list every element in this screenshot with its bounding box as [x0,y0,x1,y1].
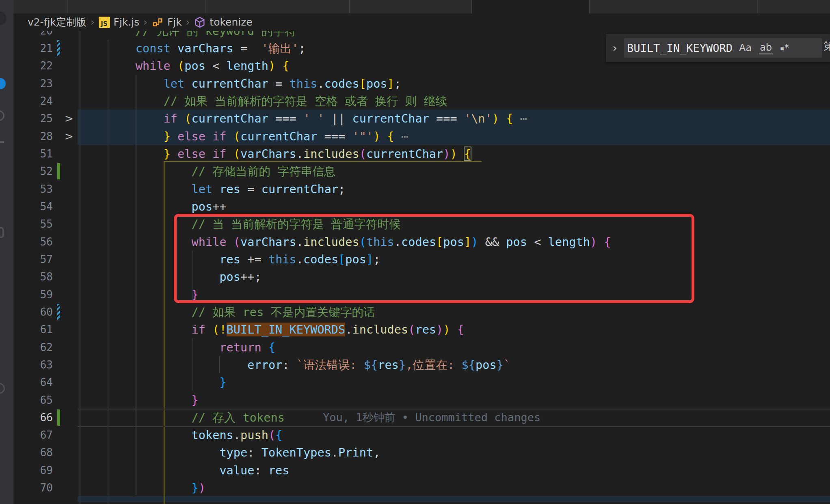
line-number[interactable]: 52 [13,162,53,180]
find-query-text[interactable]: BUILT_IN_KEYWORDS [627,42,732,54]
breadcrumb-separator: › [186,17,190,28]
breadcrumb: v2-fjk定制版 › JS Fjk.js › Fjk › tokenize [13,13,830,31]
breadcrumb-separator: › [143,17,147,28]
code-line[interactable]: // 如果 当前解析的字符是 空格 或者 换行 则 继续 [164,92,447,110]
editor-tab-bar [13,0,830,13]
line-number[interactable]: 21 [13,39,53,57]
code-row: 23let currentChar = this.codes[pos]; [13,75,830,93]
match-case-icon[interactable]: Aa [739,42,752,54]
code-line[interactable]: while (pos < length) { [136,57,290,75]
line-number[interactable]: 55 [13,215,53,233]
line-number[interactable]: 24 [13,92,53,110]
search-match-highlight: BUILT_IN_KEYWORDS [227,323,346,336]
regex-icon[interactable]: ▪* [780,42,789,54]
code-line[interactable]: if (!BUILT_IN_KEYWORDS.includes(res)) { [192,321,464,338]
line-number[interactable]: 70 [13,479,53,497]
line-number[interactable]: 57 [13,250,53,268]
code-line[interactable]: // 存入 tokens [192,409,285,426]
find-input[interactable]: BUILT_IN_KEYWORDS Aa ab ▪* [624,38,822,58]
line-number[interactable]: 53 [13,180,53,198]
breadcrumb-separator: › [91,17,95,28]
find-widget: › BUILT_IN_KEYWORDS Aa ab ▪* [606,34,830,62]
line-number[interactable]: 67 [13,426,53,444]
line-number[interactable]: 69 [13,461,53,479]
dock-icon-fragment [0,110,4,121]
line-number[interactable]: 60 [13,303,53,321]
code-row: 51} else if (varChars.includes(currentCh… [13,145,830,163]
line-number[interactable]: 61 [13,321,53,338]
line-number[interactable]: 63 [13,356,53,374]
code-line[interactable]: tokens.push({ [192,426,283,444]
line-number[interactable]: 28 [13,127,53,145]
code-line[interactable]: error: `语法错误: ${res},位置在: ${pos}` [247,356,510,374]
git-blame-annotation: You, 1秒钟前 • Uncommitted changes [323,409,540,426]
code-row: 66// 存入 tokensYou, 1秒钟前 • Uncommitted ch… [13,409,830,426]
breadcrumb-item-file[interactable]: JS Fjk.js [99,16,140,28]
code-line[interactable]: value: res [219,461,289,479]
code-line[interactable]: }) [192,479,205,497]
fold-chevron-icon[interactable]: > [63,127,75,145]
code-line[interactable]: // 如果 res 不是内置关键字的话 [192,303,375,321]
modified-change-gutter-marker [57,40,60,56]
line-number[interactable]: 25 [13,110,53,127]
code-row: 24// 如果 当前解析的字符是 空格 或者 换行 则 继续 [13,92,830,110]
line-number[interactable]: 54 [13,198,53,215]
code-line[interactable]: } else if (currentChar === '"') { ⋯ [164,127,409,145]
fold-chevron-icon[interactable]: > [63,110,75,127]
class-icon [151,16,164,28]
line-number[interactable]: 23 [13,75,53,93]
breadcrumb-label: Fjk [167,16,182,28]
code-row: 67tokens.push({ [13,426,830,444]
code-line[interactable]: // 存储当前的 字符串信息 [192,162,336,180]
line-number[interactable]: 56 [13,233,53,251]
breadcrumb-label: v2-fjk定制版 [28,15,86,29]
whole-word-icon[interactable]: ab [759,42,773,54]
next-row-highlight-clipped [78,496,830,502]
line-number[interactable]: 64 [13,373,53,391]
code-row: 28>} else if (currentChar === '"') { ⋯ [13,127,830,145]
code-line[interactable]: let res = currentChar; [192,180,346,198]
line-number[interactable]: 22 [13,57,53,75]
left-dock-strip [0,0,13,504]
line-number[interactable]: 59 [13,286,53,304]
code-line[interactable]: pos++ [192,198,227,215]
dock-icon-fragment [0,141,4,143]
breadcrumb-label: Fjk.js [114,16,140,28]
added-change-gutter-marker [57,409,60,426]
code-row: 53let res = currentChar; [13,180,830,198]
dock-icon-fragment [0,383,5,394]
breadcrumb-item-method[interactable]: tokenize [194,16,252,28]
line-number[interactable]: 66 [13,409,53,426]
line-number[interactable]: 51 [13,145,53,163]
line-number[interactable]: 62 [13,338,53,356]
code-row: 65} [13,391,830,409]
line-number[interactable]: 58 [13,268,53,286]
code-row: 25>if (currentChar === ' ' || currentCha… [13,110,830,127]
line-number[interactable]: 68 [13,444,53,461]
code-row: 70}) [13,479,830,497]
vscode-window: v2-fjk定制版 › JS Fjk.js › Fjk › tokenize 2… [0,0,830,504]
code-row: 64} [13,373,830,391]
breadcrumb-item-class[interactable]: Fjk [151,16,182,28]
code-row: 62return { [13,338,830,356]
line-number[interactable]: 65 [13,391,53,409]
find-match-count-clipped: 第 [824,39,830,53]
code-line[interactable]: if (currentChar === ' ' || currentChar =… [164,110,527,127]
code-line[interactable]: const varChars = '输出'; [136,39,306,57]
code-line[interactable]: } [219,373,226,391]
active-tab[interactable] [471,0,589,13]
code-line[interactable]: let currentChar = this.codes[pos]; [164,75,401,93]
code-row: 54pos++ [13,198,830,215]
code-line[interactable]: } else if (varChars.includes(currentChar… [164,145,471,163]
code-row: 61if (!BUILT_IN_KEYWORDS.includes(res)) … [13,321,830,338]
code-line[interactable]: } [192,391,199,409]
find-collapse-chevron-icon[interactable]: › [606,41,624,55]
code-row: 68type: TokenTypes.Print, [13,444,830,461]
code-row: 69value: res [13,461,830,479]
code-line[interactable]: type: TokenTypes.Print, [219,444,380,461]
code-line[interactable]: return { [219,338,275,356]
js-file-icon: JS [99,17,110,28]
dock-icon-fragment-blue [0,78,6,89]
breadcrumb-item-folder[interactable]: v2-fjk定制版 [28,15,86,29]
method-icon [194,16,206,28]
